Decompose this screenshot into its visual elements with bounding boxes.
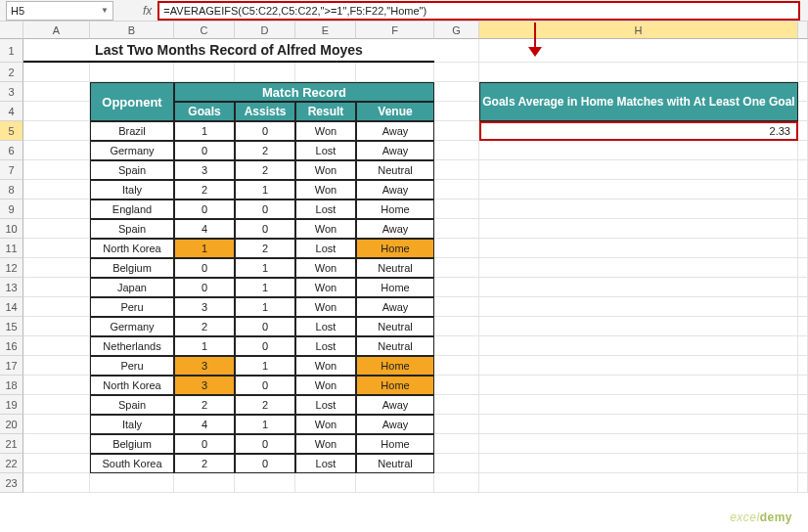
cell[interactable] [798,395,808,415]
row-header[interactable]: 9 [0,200,23,219]
td-venue[interactable]: Home [356,376,434,395]
td-venue[interactable]: Neutral [356,336,434,356]
cell[interactable] [798,473,808,493]
cell[interactable] [798,297,808,317]
cell[interactable] [479,141,798,160]
cell[interactable] [23,141,90,160]
cell[interactable] [434,219,479,239]
row-header[interactable]: 18 [0,376,23,395]
cell[interactable] [434,63,479,82]
cell[interactable] [434,356,479,376]
td-goals[interactable]: 0 [174,258,235,278]
row-header[interactable]: 4 [0,102,23,121]
cell[interactable] [434,434,479,454]
td-venue[interactable]: Away [356,219,434,239]
cell[interactable] [23,82,90,102]
column-header[interactable] [0,22,23,39]
td-goals[interactable]: 0 [174,278,235,297]
td-result[interactable]: Won [295,278,356,297]
cell[interactable] [798,278,808,297]
cell[interactable] [434,376,479,395]
cell[interactable] [23,160,90,180]
cell[interactable] [23,219,90,239]
td-goals[interactable]: 3 [174,160,235,180]
td-assists[interactable]: 1 [235,415,295,434]
cell[interactable] [798,317,808,336]
column-header[interactable] [798,22,808,39]
td-result[interactable]: Won [295,297,356,317]
cell[interactable] [23,239,90,258]
cell[interactable] [23,415,90,434]
td-venue[interactable]: Home [356,356,434,376]
cell[interactable] [798,434,808,454]
td-opponent[interactable]: Spain [90,219,174,239]
td-assists[interactable]: 1 [235,180,295,200]
td-result[interactable]: Lost [295,336,356,356]
td-venue[interactable]: Neutral [356,258,434,278]
cell[interactable] [23,336,90,356]
cell[interactable] [174,473,235,493]
td-goals[interactable]: 3 [174,356,235,376]
cell[interactable] [479,258,798,278]
td-assists[interactable]: 0 [235,376,295,395]
td-opponent[interactable]: Italy [90,415,174,434]
cell[interactable] [23,297,90,317]
td-opponent[interactable]: England [90,200,174,219]
row-header[interactable]: 17 [0,356,23,376]
td-assists[interactable]: 1 [235,356,295,376]
td-assists[interactable]: 0 [235,434,295,454]
td-goals[interactable]: 0 [174,200,235,219]
column-header[interactable]: C [174,22,235,39]
row-header[interactable]: 7 [0,160,23,180]
td-opponent[interactable]: Germany [90,141,174,160]
td-result[interactable]: Won [295,258,356,278]
td-assists[interactable]: 0 [235,200,295,219]
cell[interactable] [434,160,479,180]
td-assists[interactable]: 2 [235,239,295,258]
td-opponent[interactable]: North Korea [90,239,174,258]
cell[interactable] [23,454,90,473]
td-venue[interactable]: Away [356,121,434,141]
td-opponent[interactable]: Belgium [90,434,174,454]
cell[interactable] [434,395,479,415]
td-result[interactable]: Won [295,180,356,200]
cell[interactable] [434,239,479,258]
row-header[interactable]: 16 [0,336,23,356]
row-header[interactable]: 11 [0,239,23,258]
cell[interactable] [434,121,479,141]
cell[interactable] [479,239,798,258]
td-opponent[interactable]: Peru [90,356,174,376]
cell[interactable] [479,356,798,376]
cell[interactable] [434,454,479,473]
td-venue[interactable]: Away [356,395,434,415]
td-result[interactable]: Lost [295,454,356,473]
cell[interactable] [479,336,798,356]
td-assists[interactable]: 2 [235,160,295,180]
cell[interactable] [479,160,798,180]
row-header[interactable]: 20 [0,415,23,434]
cell[interactable] [479,415,798,434]
td-goals[interactable]: 1 [174,239,235,258]
cell[interactable] [479,278,798,297]
td-opponent[interactable]: Germany [90,317,174,336]
cell[interactable] [479,454,798,473]
cell[interactable] [479,473,798,493]
cell[interactable] [23,473,90,493]
cell[interactable] [479,180,798,200]
td-venue[interactable]: Away [356,415,434,434]
row-header[interactable]: 22 [0,454,23,473]
cell[interactable] [23,180,90,200]
cell[interactable] [798,102,808,121]
cell[interactable] [434,200,479,219]
cell[interactable] [235,473,295,493]
cell[interactable] [23,376,90,395]
row-header[interactable]: 13 [0,278,23,297]
cell[interactable] [295,63,356,82]
td-assists[interactable]: 0 [235,219,295,239]
cell[interactable] [23,434,90,454]
td-venue[interactable]: Neutral [356,317,434,336]
td-goals[interactable]: 2 [174,180,235,200]
td-result[interactable]: Won [295,434,356,454]
column-header[interactable]: A [23,22,90,39]
cell[interactable] [798,180,808,200]
